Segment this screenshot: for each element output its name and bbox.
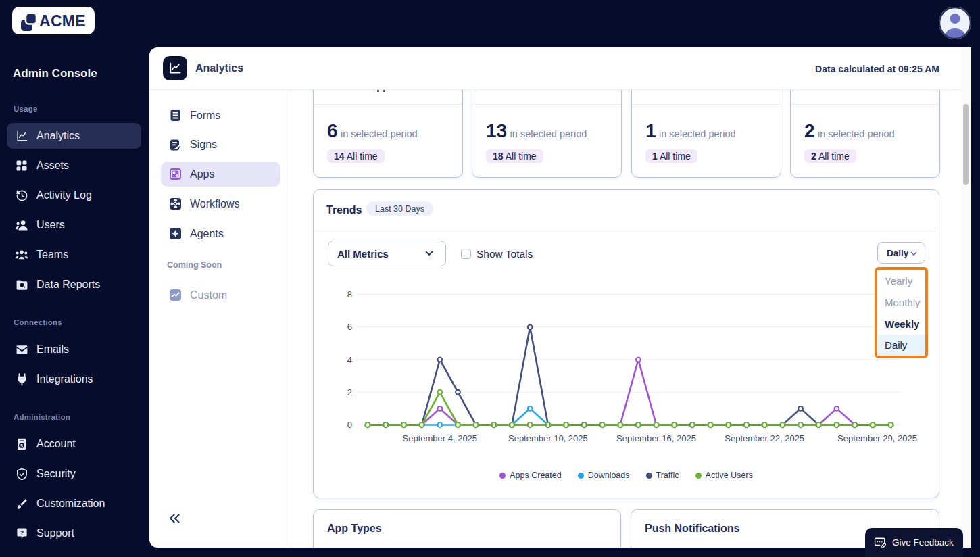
svg-text:8: 8 (347, 289, 352, 299)
svg-text:September 4, 2025: September 4, 2025 (403, 433, 478, 443)
svg-text:0: 0 (347, 420, 352, 430)
svg-text:September 10, 2025: September 10, 2025 (508, 433, 588, 443)
svg-text:?: ? (20, 529, 23, 535)
svg-text:September 29, 2025: September 29, 2025 (837, 433, 917, 443)
svg-text:September 16, 2025: September 16, 2025 (616, 433, 696, 443)
svg-text:6: 6 (347, 322, 352, 332)
svg-text:2: 2 (347, 387, 352, 397)
svg-text:September 22, 2025: September 22, 2025 (725, 433, 804, 443)
svg-text:4: 4 (347, 355, 352, 365)
svg-text:$: $ (20, 443, 23, 449)
